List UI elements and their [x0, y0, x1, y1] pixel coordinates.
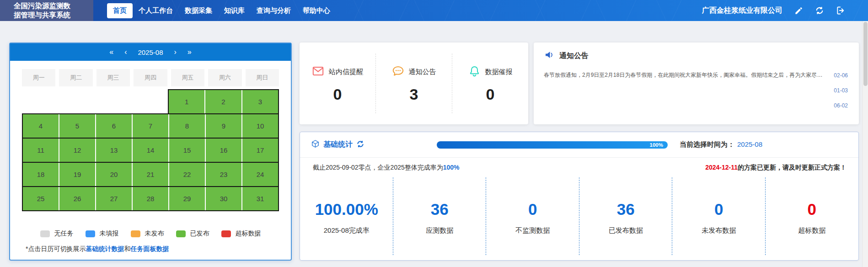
- refresh-icon[interactable]: [815, 6, 824, 15]
- overall-completion-value: 100%: [443, 164, 460, 171]
- metrics-row: 100.00%2025-08完成率36应测数据0不监测数据36已发布数据0未发布…: [300, 176, 858, 261]
- metric-label-unpublished-data: 未发布数据: [702, 226, 736, 235]
- metric-label-completion-rate: 2025-08完成率: [324, 226, 370, 235]
- selected-time-label: 当前选择时间为：: [680, 140, 734, 148]
- footnote-link-task-panel[interactable]: 任务面板数据: [130, 245, 169, 252]
- metric-value-unpublished-data: 0: [714, 201, 723, 217]
- completion-progress-bar: 100%: [437, 141, 668, 149]
- calendar-day-cell-25[interactable]: 25: [23, 187, 59, 210]
- calendar-day-cell-23[interactable]: 23: [205, 163, 241, 186]
- metric-label-unmonitored-data: 不监测数据: [515, 226, 550, 235]
- legend-item-1: 无任务: [40, 230, 74, 238]
- calendar-day-cell-11[interactable]: 11: [23, 139, 59, 162]
- calendar-day-cell-24[interactable]: 24: [241, 163, 278, 186]
- legend-item-2: 未填报: [86, 230, 119, 238]
- app-logo: 全国污染源监测数 据管理与共享系统: [0, 0, 93, 21]
- calendar-week-row-4: 18192021222324: [22, 162, 279, 187]
- notice-item-2[interactable]: 01-03: [544, 83, 848, 98]
- calendar-day-cell-5[interactable]: 5: [59, 114, 95, 138]
- calendar-day-cell-21[interactable]: 21: [132, 163, 168, 186]
- calendar-published-group: 11121314151617: [22, 138, 279, 163]
- edit-icon[interactable]: [794, 6, 803, 15]
- calendar-day-cell-7[interactable]: 7: [132, 114, 168, 138]
- top-navbar: 全国污染源监测数 据管理与共享系统 首页个人工作台数据采集知识库查询与分析帮助中…: [0, 0, 868, 21]
- calendar-day-cell-16[interactable]: 16: [205, 139, 241, 162]
- metric-published-data: 36已发布数据: [579, 176, 673, 261]
- calendar-day-cell-3[interactable]: 3: [241, 90, 278, 113]
- calendar-day-cell-8[interactable]: 8: [168, 114, 205, 138]
- calendar-day-cell-15[interactable]: 15: [168, 139, 205, 162]
- legend-item-3: 未发布: [131, 230, 164, 238]
- quick-stat-header-notice: 通知公告: [392, 65, 436, 79]
- metric-value-unmonitored-data: 0: [528, 201, 537, 217]
- weekday-header-6: 周六: [208, 69, 241, 86]
- selected-time-value[interactable]: 2025-08: [737, 140, 762, 148]
- footnote-conjunction: 和: [124, 245, 130, 252]
- calendar-day-cell-19[interactable]: 19: [59, 163, 95, 186]
- quick-stats-card: 站内信提醒0通知公告3数据催报0: [300, 43, 528, 124]
- nav-item-workspace[interactable]: 个人工作台: [133, 3, 179, 18]
- notice-list: 春节放假通知，2月9日至2月18日为春节假期，在此期间祝大家新年快乐，阖家幸福。…: [544, 68, 848, 113]
- legend-swatch-1: [40, 230, 50, 237]
- calendar-day-cell-9[interactable]: 9: [205, 114, 241, 138]
- metric-value-exceed-data: 0: [808, 201, 816, 217]
- calendar-prev-year-button[interactable]: «: [109, 48, 113, 56]
- calendar-day-cell-28[interactable]: 28: [132, 187, 168, 210]
- quick-stat-label-data-urge: 数据催报: [485, 68, 513, 76]
- quick-stat-notice[interactable]: 通知公告3: [376, 50, 452, 117]
- calendar-day-cell-27[interactable]: 27: [95, 187, 132, 210]
- comment-icon: [392, 65, 404, 79]
- notice-item-date-2: 01-03: [834, 87, 848, 94]
- metric-unmonitored-data: 0不监测数据: [486, 176, 579, 261]
- quick-stat-data-urge[interactable]: 数据催报0: [452, 50, 528, 117]
- calendar-day-cell-17[interactable]: 17: [241, 139, 278, 162]
- calendar-day-cell-10[interactable]: 10: [241, 114, 278, 138]
- quick-stat-header-site-message: 站内信提醒: [312, 65, 363, 79]
- quick-stat-header-data-urge: 数据催报: [468, 65, 513, 79]
- calendar-day-cell-31[interactable]: 31: [241, 187, 278, 210]
- quick-stat-count-data-urge: 0: [486, 86, 495, 102]
- nav-item-help-center[interactable]: 帮助中心: [297, 3, 336, 18]
- nav-item-knowledge-base[interactable]: 知识库: [218, 3, 251, 18]
- calendar-next-year-button[interactable]: »: [188, 48, 192, 56]
- scrollbar-thumb[interactable]: [863, 22, 868, 86]
- metric-label-exceed-data: 超标数据: [798, 226, 825, 235]
- calendar-day-cell-22[interactable]: 22: [168, 163, 205, 186]
- notice-item-1[interactable]: 春节放假通知，2月9日至2月18日为春节假期，在此期间祝大家新年快乐，阖家幸福。…: [544, 68, 848, 83]
- nav-item-query-analysis[interactable]: 查询与分析: [251, 3, 297, 18]
- calendar-day-cell-1[interactable]: 1: [169, 90, 204, 113]
- page-scrollbar[interactable]: [862, 21, 868, 267]
- quick-stat-count-site-message: 0: [333, 86, 342, 102]
- calendar-day-cell-4[interactable]: 4: [23, 114, 59, 138]
- calendar-day-cell-14[interactable]: 14: [132, 139, 168, 162]
- calendar-grid: 1234567891011121314151617181920212223242…: [22, 89, 279, 211]
- calendar-legend: 无任务未填报未发布已发布超标数据: [22, 230, 279, 238]
- nav-item-home[interactable]: 首页: [107, 3, 133, 18]
- calendar-day-cell-2[interactable]: 2: [204, 90, 241, 113]
- logout-icon[interactable]: [836, 6, 845, 15]
- calendar-prev-month-button[interactable]: ‹: [124, 48, 127, 56]
- weekday-header-row: 周一周二周三周四周五周六周日: [22, 69, 279, 86]
- calendar-day-cell-26[interactable]: 26: [59, 187, 95, 210]
- calendar-day-cell-13[interactable]: 13: [95, 139, 132, 162]
- calendar-day-cell-20[interactable]: 20: [95, 163, 132, 186]
- metric-value-required-data: 36: [431, 201, 449, 217]
- calendar-next-month-button[interactable]: ›: [174, 48, 177, 56]
- metric-unpublished-data: 0未发布数据: [672, 176, 766, 261]
- notice-item-text-1: 春节放假通知，2月9日至2月18日为春节假期，在此期间祝大家新年快乐，阖家幸福。…: [544, 71, 834, 79]
- legend-label-4: 已发布: [190, 230, 209, 238]
- stats-refresh-icon[interactable]: [356, 140, 364, 150]
- quick-stat-label-notice: 通知公告: [409, 68, 436, 76]
- calendar-day-cell-6[interactable]: 6: [95, 114, 132, 138]
- calendar-day-cell-29[interactable]: 29: [168, 187, 205, 210]
- company-name: 广西金桂浆纸业有限公司: [702, 6, 782, 16]
- nav-item-data-collection[interactable]: 数据采集: [179, 3, 218, 18]
- calendar-day-cell-30[interactable]: 30: [205, 187, 241, 210]
- calendar-day-cell-18[interactable]: 18: [23, 163, 59, 186]
- quick-stat-site-message[interactable]: 站内信提醒0: [300, 50, 375, 117]
- basic-stats-title-group: 基础统计: [311, 139, 364, 150]
- footnote-link-basic-stats[interactable]: 基础统计数据: [86, 245, 124, 252]
- calendar-day-cell-12[interactable]: 12: [59, 139, 95, 162]
- notice-item-3[interactable]: 06-02: [544, 98, 848, 113]
- calendar-footnote: *点击日历可切换展示基础统计数据和任务面板数据: [26, 245, 279, 253]
